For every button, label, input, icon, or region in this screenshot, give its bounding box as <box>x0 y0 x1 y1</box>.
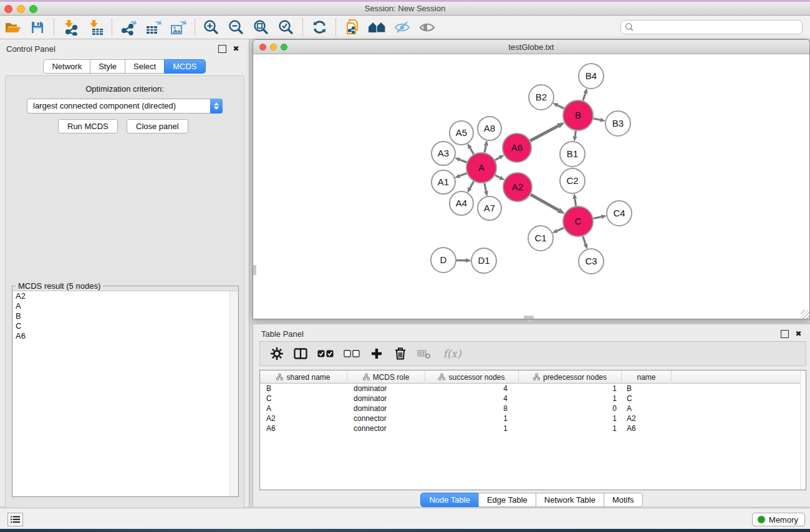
graph-edge-C-C2[interactable] <box>575 199 576 206</box>
column-header-successor-nodes[interactable]: successor nodes <box>425 370 519 384</box>
export-table-button[interactable] <box>141 17 166 38</box>
graph-edge-A-A7[interactable] <box>485 183 486 191</box>
search-box[interactable] <box>620 20 803 34</box>
table-close-panel-icon[interactable]: ✖ <box>794 330 803 338</box>
run-mcds-button[interactable]: Run MCDS <box>58 119 118 133</box>
graph-edge-C-C1[interactable] <box>557 228 564 231</box>
graph-node-A[interactable]: A <box>466 153 496 183</box>
table-row[interactable]: A6connector11A6 <box>260 423 806 433</box>
zoom-out-button[interactable] <box>224 17 249 38</box>
canvas-scroll-stub-horizontal[interactable] <box>524 316 534 319</box>
graph-edge-C-C3[interactable] <box>583 236 586 244</box>
table-settings-button[interactable] <box>268 344 286 364</box>
result-scrollbar[interactable] <box>229 291 238 496</box>
tab-motifs[interactable]: Motifs <box>604 493 643 507</box>
show-selected-button[interactable] <box>415 17 440 38</box>
zoom-selected-button[interactable] <box>274 17 299 38</box>
apply-layout-button[interactable] <box>307 17 332 38</box>
column-header-name[interactable]: name <box>622 370 672 384</box>
table-float-panel-icon[interactable] <box>781 330 789 338</box>
graph-edge-A2-C[interactable] <box>531 195 559 210</box>
graph-node-D[interactable]: D <box>431 248 456 273</box>
canvas-scroll-stub-vertical[interactable] <box>253 265 256 275</box>
graph-node-C4[interactable]: C4 <box>607 201 632 226</box>
mcds-result-item[interactable]: A6 <box>13 331 238 341</box>
close-panel-icon[interactable]: ✖ <box>232 45 240 53</box>
graph-edge-B-B4[interactable] <box>583 94 586 101</box>
graph-edge-A-A1[interactable] <box>460 173 466 176</box>
graph-edge-A-A2[interactable] <box>495 175 500 178</box>
network-canvas[interactable]: B4B2BB3A5A8A6A3B1AC2A1A2A4A7C4CC1DD1C3 <box>254 55 809 319</box>
split-columns-button[interactable] <box>291 344 310 364</box>
column-header-mcds-role[interactable]: MCDS role <box>347 370 425 384</box>
import-network-button[interactable] <box>58 17 83 38</box>
graph-edge-A-A8[interactable] <box>485 145 486 152</box>
graph-node-C[interactable]: C <box>563 206 593 236</box>
graph-edge-A-A4[interactable] <box>470 181 474 188</box>
table-row[interactable]: Cdominator41C <box>260 394 806 404</box>
search-input[interactable] <box>634 22 802 33</box>
graph-node-B2[interactable]: B2 <box>529 85 554 110</box>
graph-node-C2[interactable]: C2 <box>560 168 585 193</box>
float-panel-icon[interactable] <box>218 45 226 53</box>
table-row[interactable]: Adominator80A <box>260 404 806 414</box>
function-builder-button[interactable]: f(x) <box>438 344 466 364</box>
graph-node-B3[interactable]: B3 <box>605 111 630 136</box>
delete-column-button[interactable] <box>391 344 410 364</box>
column-header-predecessor-nodes[interactable]: predecessor nodes <box>519 370 622 384</box>
hide-selected-button[interactable] <box>390 17 415 38</box>
panel-splitter-handle[interactable] <box>528 320 533 323</box>
mcds-result-item[interactable]: A <box>13 301 238 311</box>
graph-edge-B-B2[interactable] <box>557 105 564 109</box>
graph-edge-A-A6[interactable] <box>495 158 499 160</box>
window-resize-grip[interactable] <box>801 310 809 319</box>
table-row[interactable]: A2connector11A2 <box>260 414 806 423</box>
tab-mcds[interactable]: MCDS <box>164 59 205 74</box>
tab-network-table[interactable]: Network Table <box>536 493 604 507</box>
tab-edge-table[interactable]: Edge Table <box>478 493 536 507</box>
tab-select[interactable]: Select <box>125 59 165 74</box>
import-table-button[interactable] <box>83 17 108 38</box>
export-network-button[interactable] <box>116 17 141 38</box>
network-window-titlebar[interactable]: testGlobe.txt <box>253 40 809 54</box>
graph-edge-B-B3[interactable] <box>594 118 600 120</box>
graph-node-A2[interactable]: A2 <box>503 173 532 201</box>
memory-button[interactable]: Memory <box>752 513 805 526</box>
mcds-result-item[interactable]: B <box>13 311 238 321</box>
graph-node-A3[interactable]: A3 <box>432 142 455 165</box>
graph-node-A7[interactable]: A7 <box>478 196 501 220</box>
zoom-fit-button[interactable] <box>249 17 274 38</box>
tab-network[interactable]: Network <box>43 59 90 74</box>
select-all-button[interactable] <box>315 344 336 364</box>
mcds-result-item[interactable]: A2 <box>13 291 238 301</box>
open-session-button[interactable] <box>0 17 25 38</box>
column-header-shared-name[interactable]: shared name <box>260 370 347 384</box>
criterion-dropdown[interactable]: largest connected component (directed) <box>27 99 223 114</box>
mcds-result-item[interactable]: C <box>13 321 238 331</box>
graph-node-C3[interactable]: C3 <box>579 249 604 274</box>
graph-node-A1[interactable]: A1 <box>432 170 455 194</box>
graph-node-A4[interactable]: A4 <box>450 191 473 215</box>
unselect-all-button[interactable] <box>341 344 362 364</box>
graph-edge-A6-B[interactable] <box>530 126 558 141</box>
graph-node-A8[interactable]: A8 <box>478 117 501 140</box>
graph-node-B4[interactable]: B4 <box>579 64 604 89</box>
table-row[interactable]: Bdominator41B <box>260 384 806 394</box>
graph-node-C1[interactable]: C1 <box>528 226 553 251</box>
graph-edge-A-A5[interactable] <box>470 148 474 154</box>
graph-edge-B-B1[interactable] <box>575 131 576 137</box>
tab-node-table[interactable]: Node Table <box>420 493 479 507</box>
graph-node-B1[interactable]: B1 <box>560 142 585 167</box>
tab-style[interactable]: Style <box>90 59 125 74</box>
save-session-button[interactable] <box>25 17 50 38</box>
graph-node-A6[interactable]: A6 <box>503 133 531 162</box>
task-history-button[interactable] <box>7 513 23 526</box>
zoom-in-button[interactable] <box>199 17 224 38</box>
close-panel-button[interactable]: Close panel <box>127 119 188 133</box>
delete-table-button[interactable] <box>415 344 433 364</box>
graph-node-D1[interactable]: D1 <box>471 248 496 273</box>
graph-node-B[interactable]: B <box>563 100 593 130</box>
graph-edge-A-A3[interactable] <box>460 160 466 162</box>
graph-edge-C-C4[interactable] <box>594 217 602 219</box>
table-scrollbar[interactable] <box>800 370 806 490</box>
